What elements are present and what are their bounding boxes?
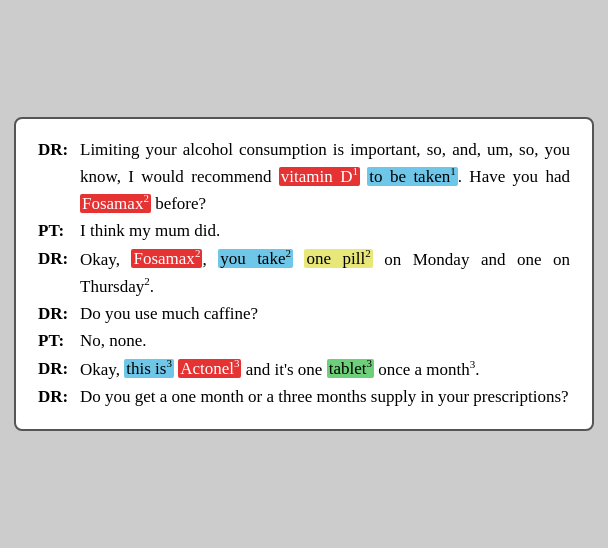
speaker-label: DR: — [38, 137, 80, 163]
speech-content: Do you get a one month or a three months… — [80, 384, 570, 410]
conversation-line: DR:Limiting your alcohol consumption is … — [38, 137, 570, 217]
conversation-line: PT:I think my mum did. — [38, 218, 570, 244]
conversation-line: DR:Do you get a one month or a three mon… — [38, 384, 570, 410]
speaker-label: DR: — [38, 301, 80, 327]
conversation-card: DR:Limiting your alcohol consumption is … — [14, 117, 594, 431]
conversation-line: DR:Okay, Fosamax2, you take2 one pill2 o… — [38, 246, 570, 300]
conversation-line: DR:Okay, this is3 Actonel3 and it's one … — [38, 356, 570, 383]
speech-content: Do you use much caffine? — [80, 301, 570, 327]
speech-content: Okay, Fosamax2, you take2 one pill2 on M… — [80, 246, 570, 300]
speech-content: Limiting your alcohol consumption is imp… — [80, 137, 570, 217]
speech-content: Okay, this is3 Actonel3 and it's one tab… — [80, 356, 570, 383]
conversation-line: PT:No, none. — [38, 328, 570, 354]
speaker-label: DR: — [38, 384, 80, 410]
speech-content: No, none. — [80, 328, 570, 354]
speaker-label: DR: — [38, 246, 80, 272]
speech-content: I think my mum did. — [80, 218, 570, 244]
speaker-label: PT: — [38, 218, 80, 244]
speaker-label: PT: — [38, 328, 80, 354]
speaker-label: DR: — [38, 356, 80, 382]
conversation-line: DR:Do you use much caffine? — [38, 301, 570, 327]
